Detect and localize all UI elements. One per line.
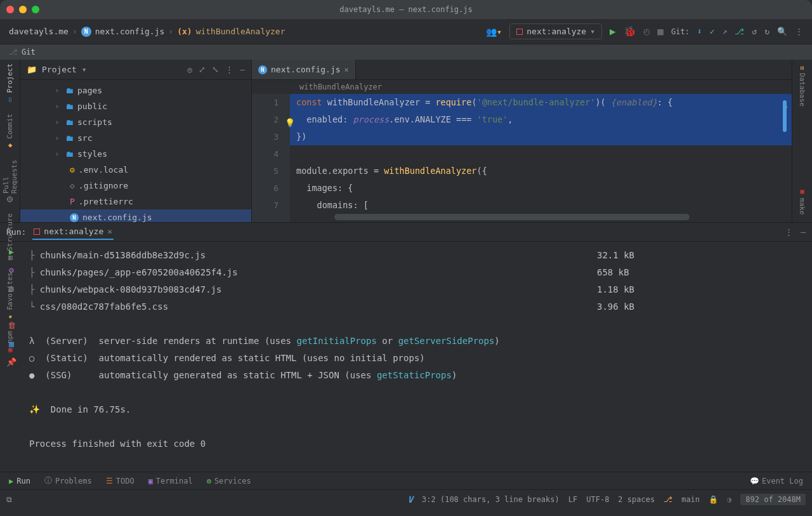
- run-config-name: next:analyze: [527, 27, 586, 36]
- tree-item-file[interactable]: ⚙.env.local: [20, 162, 251, 178]
- tab-terminal[interactable]: ▣Terminal: [148, 477, 193, 486]
- status-encoding[interactable]: UTF-8: [586, 495, 609, 504]
- left-tool-rail: ▭Project ◆Commit ⭗Pull Requests ▤Structu…: [0, 60, 20, 222]
- tree-item-file[interactable]: ◇.gitignore: [20, 178, 251, 194]
- minimize-window-button[interactable]: [19, 6, 27, 13]
- tree-item-dir[interactable]: ›🖿pages: [20, 83, 251, 98]
- git-update-icon[interactable]: ⬇: [697, 27, 702, 36]
- line-gutter: 1 2 3 4 5 6 7: [252, 94, 290, 222]
- status-branch[interactable]: main: [681, 495, 700, 504]
- tab-run[interactable]: ▶Run: [9, 477, 30, 486]
- search-icon[interactable]: 🔍: [777, 27, 787, 36]
- rail-structure[interactable]: ▤Structure: [6, 213, 14, 262]
- code-lines[interactable]: 💡 ⚠ const withBundleAnalyzer = require('…: [290, 94, 792, 222]
- window-title: davetayls.me — next.config.js: [339, 5, 473, 14]
- lock-icon[interactable]: 🔒: [709, 495, 718, 504]
- collapse-all-icon[interactable]: ⤡: [212, 65, 219, 74]
- editor-scrollbar-horizontal[interactable]: [334, 214, 690, 220]
- rail-pull-requests[interactable]: ⭗Pull Requests: [2, 160, 18, 203]
- project-panel-title[interactable]: Project: [42, 65, 77, 74]
- project-tree[interactable]: ›🖿pages ›🖿public ›🖿scripts ›🖿src ›🖿style…: [20, 80, 251, 222]
- rail-favorites[interactable]: ★Favorites: [6, 272, 14, 321]
- git-rollback-icon[interactable]: ↻: [764, 27, 769, 36]
- git-tab-label[interactable]: Git: [22, 48, 36, 56]
- navigation-bar: davetayls.me › N next.config.js › (x) wi…: [0, 19, 812, 44]
- rail-project[interactable]: ▭Project: [6, 63, 14, 103]
- expand-all-icon[interactable]: ⤢: [199, 65, 206, 74]
- panel-options-icon[interactable]: ⋮: [225, 65, 233, 74]
- status-eol[interactable]: LF: [568, 495, 577, 504]
- run-panel-tab[interactable]: next:analyze ×: [32, 224, 114, 240]
- run-panel-options-icon[interactable]: ⋮: [785, 227, 793, 237]
- tree-item-file-selected[interactable]: Nnext.config.js: [20, 209, 251, 222]
- code-editor[interactable]: 1 2 3 4 5 6 7 💡 ⚠ const withBundleAnalyz…: [252, 94, 792, 222]
- file-type-icon: N: [81, 27, 91, 37]
- project-panel-header: 📁 Project ▾ ◎ ⤢ ⤡ ⋮ —: [20, 60, 251, 80]
- tree-item-dir[interactable]: ›🖿src: [20, 130, 251, 146]
- status-indent[interactable]: 2 spaces: [618, 495, 655, 504]
- status-bar: ⧉ V 3:2 (108 chars, 3 line breaks) LF UT…: [0, 489, 812, 508]
- git-pull-icon[interactable]: ⎇: [735, 27, 744, 36]
- status-memory[interactable]: 892 of 2048M: [740, 494, 806, 505]
- tab-services[interactable]: ⚙Services: [207, 477, 251, 486]
- editor-tab[interactable]: N next.config.js ×: [252, 60, 356, 79]
- chevron-down-icon[interactable]: ▾: [82, 65, 87, 74]
- pin-button[interactable]: 📌: [6, 357, 16, 367]
- maximize-window-button[interactable]: [32, 6, 39, 13]
- bottom-tool-bar: ▶Run ⓘProblems ☰TODO ▣Terminal ⚙Services…: [0, 472, 812, 489]
- tree-item-dir[interactable]: ›🖿public: [20, 98, 251, 114]
- rail-npm[interactable]: ▣npm: [6, 331, 14, 354]
- run-output[interactable]: ├ chunks/main-d51386ddb8e32d9c.js32.1 kB…: [23, 242, 812, 472]
- target-icon[interactable]: ◎: [187, 65, 192, 74]
- breadcrumb-file[interactable]: next.config.js: [95, 27, 165, 36]
- breadcrumb-separator: ›: [168, 27, 173, 36]
- delete-button[interactable]: 🗑: [8, 321, 16, 330]
- tree-item-dir[interactable]: ›🖿scripts: [20, 114, 251, 130]
- panel-hide-icon[interactable]: —: [240, 65, 245, 74]
- git-push-icon[interactable]: ↗: [723, 27, 728, 36]
- rail-commit[interactable]: ◆Commit: [6, 114, 14, 150]
- status-indicator-icon[interactable]: ◑: [727, 495, 731, 504]
- run-configuration-selector[interactable]: next:analyze ▾: [509, 23, 602, 39]
- breadcrumb-project[interactable]: davetayls.me: [9, 27, 69, 36]
- run-tab-label: next:analyze: [44, 227, 103, 236]
- traffic-lights: [6, 6, 39, 13]
- stop-button[interactable]: ■: [657, 25, 664, 37]
- close-run-tab-icon[interactable]: ×: [107, 227, 112, 236]
- event-log[interactable]: 💬Event Log: [750, 477, 803, 486]
- intention-bulb-icon[interactable]: 💡: [285, 114, 295, 131]
- close-window-button[interactable]: [6, 6, 14, 13]
- editor-tabs: N next.config.js ×: [252, 60, 792, 80]
- run-button[interactable]: ▶: [610, 25, 616, 37]
- tab-todo[interactable]: ☰TODO: [106, 477, 134, 486]
- status-layers-icon[interactable]: ⧉: [6, 495, 12, 504]
- status-cursor[interactable]: 3:2 (108 chars, 3 line breaks): [422, 495, 560, 504]
- branch-icon: ⎇: [9, 48, 18, 56]
- editor-scrollbar-vertical[interactable]: [783, 100, 787, 132]
- git-label: Git:: [671, 27, 690, 36]
- right-tool-rail: ≡Database ▣make: [792, 60, 812, 222]
- file-type-icon: N: [258, 65, 267, 74]
- git-history-icon[interactable]: ↺: [752, 27, 757, 36]
- breadcrumb-symbol[interactable]: withBundleAnalyzer: [196, 27, 285, 36]
- npm-icon: [34, 228, 40, 235]
- code-with-me-icon[interactable]: 👥▾: [486, 27, 502, 37]
- vue-icon[interactable]: V: [408, 494, 413, 505]
- git-commit-icon[interactable]: ✓: [710, 27, 715, 36]
- main-area: ▭Project ◆Commit ⭗Pull Requests ▤Structu…: [0, 60, 812, 222]
- debug-button[interactable]: 🐞: [624, 25, 636, 37]
- settings-icon[interactable]: ⋮: [795, 27, 803, 36]
- tab-problems[interactable]: ⓘProblems: [44, 475, 92, 486]
- run-panel-hide-icon[interactable]: —: [801, 227, 806, 237]
- tree-item-dir[interactable]: ›🖿styles: [20, 146, 251, 162]
- editor-breadcrumb[interactable]: withBundleAnalyzer: [252, 80, 792, 94]
- folder-icon: 📁: [27, 65, 37, 74]
- rail-make[interactable]: ▣make: [798, 187, 806, 215]
- close-tab-icon[interactable]: ×: [344, 65, 349, 74]
- editor-tab-label: next.config.js: [271, 65, 341, 74]
- npm-icon: [516, 29, 523, 35]
- rail-database[interactable]: ≡Database: [798, 66, 806, 107]
- tree-item-file[interactable]: P.prettierrc: [20, 194, 251, 209]
- run-with-coverage-button[interactable]: ◴: [644, 25, 650, 37]
- branch-icon: ⎇: [664, 495, 672, 504]
